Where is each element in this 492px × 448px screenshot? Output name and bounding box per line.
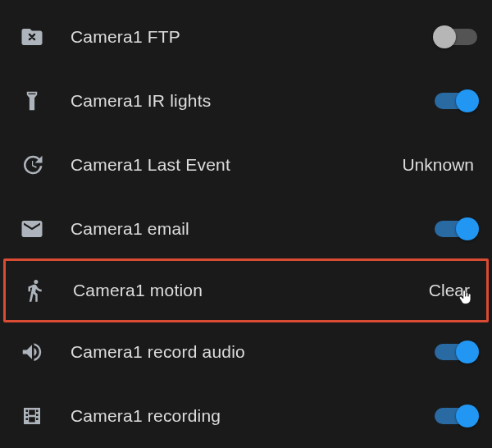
row-ir-lights[interactable]: Camera1 IR lights [0,69,492,133]
row-ftp[interactable]: Camera1 FTP [0,5,492,69]
history-icon [20,153,71,177]
row-label: Camera1 recording [71,406,435,426]
switch-email[interactable] [435,221,477,237]
switch-recording[interactable] [435,408,477,424]
row-recording[interactable]: Camera1 recording [0,384,492,448]
switch-ir-lights[interactable] [435,93,477,109]
row-last-event[interactable]: Camera1 Last Event Unknown [0,133,492,197]
switch-record-audio[interactable] [435,344,477,360]
row-label: Camera1 FTP [71,27,435,47]
row-email[interactable]: Camera1 email [0,197,492,261]
switch-ftp[interactable] [435,29,477,45]
row-motion[interactable]: Camera1 motion Clear [3,258,489,322]
row-label: Camera1 IR lights [71,91,435,111]
walk-icon [22,278,73,303]
volume-icon [20,340,71,364]
motion-clear-action[interactable]: Clear [429,281,475,300]
row-label: Camera1 record audio [71,342,435,362]
film-icon [20,404,71,428]
settings-list: Camera1 FTP Camera1 IR lights Camera1 La… [0,0,492,448]
row-label: Camera1 Last Event [71,155,402,175]
row-label: Camera1 motion [73,281,429,300]
email-icon [20,217,71,241]
flashlight-icon [20,89,71,113]
last-event-value: Unknown [402,155,477,175]
row-record-audio[interactable]: Camera1 record audio [0,320,492,384]
folder-remove-icon [20,25,71,49]
row-label: Camera1 email [71,219,435,239]
